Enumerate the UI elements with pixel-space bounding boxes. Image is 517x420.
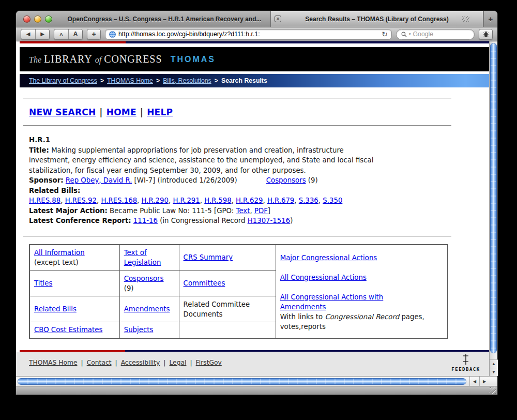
breadcrumb-current: Search Results (221, 77, 267, 84)
main-content: NEW SEARCH|HOME|HELP H.R.1 Title: Making… (16, 87, 489, 350)
back-icon: ◀ (26, 32, 31, 37)
horizontal-scrollbar[interactable]: ◀ ▶ (16, 376, 497, 386)
gpo-text-link[interactable]: Text (236, 207, 250, 215)
breadcrumb-library-of-congress[interactable]: The Library of Congress (29, 77, 97, 84)
zoom-window-button[interactable] (45, 16, 52, 23)
page-footer: THOMAS Home|Contact|Accessibility|Legal|… (16, 352, 489, 376)
horizontal-scroll-thumb[interactable] (18, 378, 466, 385)
close-window-button[interactable] (23, 16, 31, 23)
browser-toolbar: ◀ ▶ A A + http://thomas.loc.gov/cgi-bin/… (16, 27, 497, 41)
committees-link[interactable]: Committees (184, 279, 225, 287)
breadcrumb-thomas-home[interactable]: THOMAS Home (107, 77, 153, 84)
related-bill-link[interactable]: S.350 (323, 197, 342, 204)
related-bills-link[interactable]: Related Bills (34, 305, 77, 313)
cell-text-of-legislation: Text of Legislation (119, 245, 179, 271)
home-link[interactable]: HOME (107, 107, 136, 117)
scroll-up-button[interactable]: ▲ (490, 359, 498, 368)
related-bill-link[interactable]: H.R.598 (204, 197, 231, 204)
cosponsors-table-link[interactable]: Cosponsors (124, 275, 164, 282)
related-bills-links: H.RES.88, H.RES.92, H.RES.168, H.R.290, … (29, 196, 448, 206)
related-bill-link[interactable]: H.R.291 (173, 197, 200, 204)
cell-amendments: Amendments (119, 296, 179, 322)
text-size-group: A A (54, 29, 83, 40)
new-tab-button[interactable]: + (483, 11, 497, 27)
cbo-cost-estimates-link[interactable]: CBO Cost Estimates (34, 326, 102, 334)
cosponsors-link[interactable]: Cosponsors (266, 176, 306, 184)
globe-favicon-icon (109, 31, 116, 38)
site-nav: NEW SEARCH|HOME|HELP (29, 107, 448, 117)
titlebar-tab-bar: OpenCongress – U.S. Congress – H.R.1 Ame… (16, 11, 497, 27)
divider (23, 236, 451, 237)
reload-button[interactable]: ↻ (382, 31, 388, 38)
footer-contact-link[interactable]: Contact (87, 359, 112, 366)
google-search-field[interactable]: ▾ Google (396, 29, 475, 40)
related-bill-link[interactable]: H.RES.88 (29, 197, 60, 204)
browser-window: OpenCongress – U.S. Congress – H.R.1 Ame… (16, 10, 498, 395)
tab-opencongress[interactable]: OpenCongress – U.S. Congress – H.R.1 Ame… (58, 11, 270, 27)
traffic-lights (16, 11, 58, 27)
text-of-legislation-link[interactable]: Text of Legislation (124, 249, 161, 266)
tab-opencongress-title: OpenCongress – U.S. Congress – H.R.1 Ame… (64, 16, 264, 23)
related-bill-link[interactable]: H.R.629 (236, 197, 263, 204)
divider (23, 125, 451, 126)
breadcrumb-separator: > (156, 77, 160, 84)
vertical-scrollbar[interactable]: ▲ ▼ (489, 41, 497, 376)
increase-text-size-button[interactable]: A (68, 29, 82, 39)
bill-sponsor-line: Sponsor: Rep Obey, David R. [WI-7] (intr… (29, 175, 448, 186)
scroll-left-button[interactable]: ◀ (469, 377, 479, 386)
related-bill-link[interactable]: H.R.679 (267, 197, 294, 204)
scroll-right-button[interactable]: ▶ (479, 377, 489, 386)
latest-major-action-line: Latest Major Action: Became Public Law N… (29, 206, 448, 216)
help-link[interactable]: HELP (147, 107, 173, 117)
congressional-record-link[interactable]: H1307-1516 (248, 217, 290, 224)
back-button[interactable]: ◀ (21, 29, 35, 39)
decrease-text-size-button[interactable]: A (54, 29, 68, 39)
url-text[interactable]: http://thomas.loc.gov/cgi-bin/bdquery/z?… (118, 31, 379, 38)
report-bug-button[interactable] (479, 29, 493, 40)
feedback-widget[interactable]: FEEDBACK (450, 354, 482, 372)
footer-legal-link[interactable]: Legal (169, 359, 186, 366)
minimize-window-button[interactable] (34, 16, 41, 23)
cell-related-bills: Related Bills (29, 296, 119, 322)
tab-drag-grip-icon[interactable] (462, 16, 469, 22)
address-bar[interactable]: http://thomas.loc.gov/cgi-bin/bdquery/z?… (105, 29, 392, 40)
search-magnifier-icon[interactable] (401, 32, 407, 37)
forward-button[interactable]: ▶ (35, 29, 49, 39)
all-congressional-actions-with-amendments-link[interactable]: All Congressional Actions withAmendments (280, 292, 443, 312)
related-bill-link[interactable]: H.RES.168 (101, 197, 137, 204)
resize-grip-icon[interactable] (490, 387, 496, 394)
table-row: All Information (except text) Text of Le… (29, 245, 448, 271)
search-placeholder: Google (413, 31, 434, 38)
vertical-scroll-arrows: ▲ ▼ (490, 359, 498, 376)
gpo-pdf-link[interactable]: PDF (254, 207, 268, 215)
breadcrumb-bills-resolutions[interactable]: Bills, Resolutions (163, 77, 211, 84)
tab-search-results[interactable]: ✕ Search Results – THOMAS (Library of Co… (270, 11, 483, 27)
new-search-link[interactable]: NEW SEARCH (29, 107, 96, 117)
scroll-down-button[interactable]: ▼ (490, 368, 498, 376)
conference-report-link[interactable]: 111-16 (133, 217, 158, 224)
library-of-congress-header: The LIBRARY of CONGRESS THOMAS (20, 47, 489, 71)
titles-link[interactable]: Titles (34, 279, 52, 287)
bill-summary: H.R.1 Title: Making supplemental appropr… (29, 135, 448, 226)
cell-titles: Titles (29, 271, 119, 296)
amendments-link[interactable]: Amendments (124, 305, 170, 313)
cell-congressional-actions: Major Congressional Actions All Congress… (276, 245, 448, 338)
sponsor-link[interactable]: Rep Obey, David R. (66, 176, 132, 184)
footer-firstgov-link[interactable]: FirstGov (196, 359, 222, 366)
crs-summary-link[interactable]: CRS Summary (184, 253, 233, 261)
footer-accessibility-link[interactable]: Accessibility (121, 359, 160, 366)
close-tab-icon[interactable]: ✕ (275, 16, 281, 22)
search-options-caret-icon[interactable]: ▾ (409, 32, 411, 36)
with-links-note: With links to Congressional Record pages… (280, 312, 443, 332)
related-bill-link[interactable]: S.336 (299, 197, 318, 204)
related-bill-link[interactable]: H.R.290 (142, 197, 169, 204)
all-congressional-actions-link[interactable]: All Congressional Actions (280, 273, 443, 282)
vertical-scroll-thumb[interactable] (490, 43, 497, 353)
related-bill-link[interactable]: H.RES.92 (65, 197, 97, 204)
footer-thomas-home-link[interactable]: THOMAS Home (29, 359, 78, 366)
all-information-link[interactable]: All Information (34, 249, 85, 257)
add-bookmark-button[interactable]: + (87, 29, 101, 40)
feedback-label: FEEDBACK (450, 367, 482, 372)
major-congressional-actions-link[interactable]: Major Congressional Actions (280, 253, 443, 263)
subjects-link[interactable]: Subjects (124, 326, 154, 334)
